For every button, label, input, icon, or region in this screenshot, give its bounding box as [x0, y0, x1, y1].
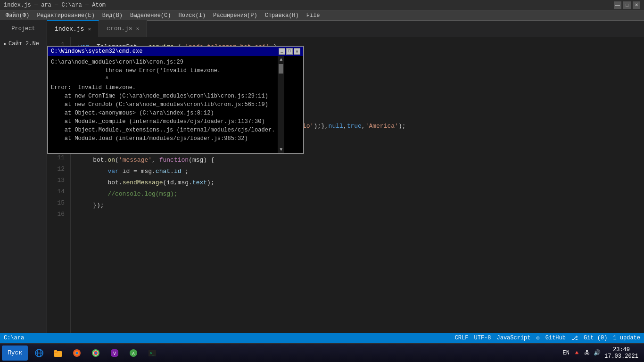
- status-git[interactable]: Git (0): [584, 335, 607, 342]
- svg-point-8: [76, 352, 78, 354]
- cmd-line-7: at new CronJob (C:\ara\node_modules\cron…: [71, 100, 275, 109]
- code-line-12: var id = msg.chat.id ;: [78, 165, 644, 177]
- maximize-button[interactable]: □: [623, 1, 631, 9]
- code-content[interactable]: var TelegramBot = require ( 'node-telegr…: [71, 37, 644, 343]
- line-num-12: 12: [51, 165, 65, 177]
- status-github[interactable]: GitHub: [545, 335, 566, 342]
- tabs-row: Project index.js ✕ cron.js ✕: [0, 21, 644, 37]
- close-button[interactable]: ✕: [633, 1, 640, 9]
- menu-selection[interactable]: Выделение(С): [126, 11, 174, 20]
- code-line-13: bot.sendMessage(id,msg.text);: [78, 177, 644, 188]
- cmd-title-bar: C:\Windows\system32\cmd.exe _ □ ✕: [71, 47, 303, 56]
- status-github-icon: ⊙: [537, 335, 540, 342]
- sidebar-item-site[interactable]: ▶ Сайт 2.Ne: [0, 39, 47, 49]
- menu-view[interactable]: Вид(В): [99, 11, 126, 20]
- status-git-icon: ⎇: [571, 335, 578, 342]
- cmd-window[interactable]: C:\Windows\system32\cmd.exe _ □ ✕ C:\ara…: [71, 46, 304, 154]
- status-right: CRLF UTF-8 JavaScript ⊙ GitHub ⎇ Git (0)…: [455, 335, 640, 342]
- svg-text:A: A: [132, 352, 135, 356]
- tab-label: index.js: [55, 25, 84, 33]
- cmd-controls: _ □ ✕: [279, 48, 300, 55]
- cmd-line-12: at Function.Module._load (internal/modul…: [71, 143, 275, 144]
- sidebar-item-label: Сайт 2.Ne: [8, 41, 39, 47]
- status-updates[interactable]: 1 update: [613, 335, 640, 342]
- scroll-thumb[interactable]: [279, 64, 283, 74]
- status-language[interactable]: JavaScript: [497, 335, 531, 342]
- scroll-up-arrow[interactable]: ▲: [280, 57, 282, 62]
- date-display: 17.03.2021: [604, 353, 638, 360]
- line-num-14: 14: [51, 188, 65, 199]
- taskbar-ie[interactable]: [31, 346, 48, 361]
- status-path: C:\ara: [4, 335, 24, 341]
- cmd-maximize-btn[interactable]: □: [286, 48, 293, 55]
- arrow-icon: ▶: [4, 41, 7, 47]
- svg-point-12: [95, 352, 97, 354]
- tab-index-js[interactable]: index.js ✕: [47, 20, 99, 37]
- tab-label: cron.js: [107, 25, 132, 32]
- taskbar: Пуск V A >_ EN 🔺 🖧 🔊 23:49 17.03.2021: [0, 343, 644, 362]
- menu-extensions[interactable]: Расширения(Р): [209, 11, 261, 20]
- cmd-line-8: at Object.<anonymous> (C:\ara\index.js:8…: [71, 109, 275, 117]
- status-encoding[interactable]: CRLF: [455, 335, 469, 342]
- cmd-scrollbar[interactable]: ▲ ▼: [278, 56, 284, 153]
- code-editor: 1 2 3 4 5 6 7 8 9 10 11 12 13 14 15 16 v…: [47, 37, 644, 343]
- status-bar: C:\ara CRLF UTF-8 JavaScript ⊙ GitHub ⎇ …: [0, 333, 644, 343]
- tab-close-icon[interactable]: ✕: [136, 25, 140, 32]
- line-num-16: 16: [51, 211, 65, 222]
- cmd-line-3: ^: [71, 75, 275, 83]
- taskbar-lang: EN: [563, 350, 570, 356]
- taskbar-icons: 🔺: [573, 349, 580, 356]
- svg-text:V: V: [113, 351, 116, 356]
- line-num-11: 11: [51, 154, 65, 165]
- menu-search[interactable]: Поиск(I): [174, 11, 209, 20]
- line-num-15: 15: [51, 199, 65, 211]
- menu-help[interactable]: Справка(Н): [261, 11, 303, 20]
- cmd-title-text: C:\Windows\system32\cmd.exe: [71, 48, 142, 55]
- code-line-14: //console.log(msg);: [78, 188, 644, 199]
- project-label: Project: [0, 20, 47, 37]
- line-num-13: 13: [51, 177, 65, 188]
- code-line-16: [78, 211, 644, 222]
- taskbar-sound-icon: 🔊: [594, 349, 601, 356]
- main-content: ▶ Сайт 2.Ne 1 2 3 4 5 6 7 8 9 10 11 12 1…: [0, 37, 644, 343]
- code-line-11: bot.on('message', function(msg) {: [78, 154, 644, 165]
- status-charset[interactable]: UTF-8: [474, 335, 491, 342]
- status-left: C:\ara: [4, 335, 24, 341]
- window-title: index.js — ara — C:\ara — Atom: [4, 2, 106, 8]
- menu-edit[interactable]: Редактирование(Е): [33, 11, 98, 20]
- taskbar-net-icon: 🖧: [584, 349, 590, 356]
- cmd-line-2: throw new Error('Invalid timezone.: [71, 66, 275, 75]
- start-label: Пуск: [8, 349, 22, 356]
- taskbar-cmd[interactable]: >_: [144, 346, 161, 361]
- taskbar-right: EN 🔺 🖧 🔊 23:49 17.03.2021: [563, 346, 642, 360]
- cmd-line-6: at new CronTime (C:\ara\node_modules\cro…: [71, 92, 275, 100]
- time-display: 23:49: [604, 346, 638, 353]
- taskbar-firefox[interactable]: [68, 346, 85, 361]
- editor-area[interactable]: 1 2 3 4 5 6 7 8 9 10 11 12 13 14 15 16 v…: [47, 37, 644, 343]
- menu-file2[interactable]: File: [303, 11, 324, 20]
- tab-cron-js[interactable]: cron.js ✕: [99, 20, 147, 37]
- sidebar: ▶ Сайт 2.Ne: [0, 37, 47, 343]
- minimize-button[interactable]: —: [614, 1, 621, 9]
- cmd-minimize-btn[interactable]: _: [279, 48, 285, 55]
- cmd-content: C:\ara\node_modules\cron\lib\cron.js:29 …: [71, 56, 278, 144]
- menu-file[interactable]: Файл(Ф): [2, 11, 33, 20]
- start-button[interactable]: Пуск: [2, 346, 28, 361]
- cmd-line-5: Error: Invalid timezone.: [71, 83, 275, 92]
- cmd-line-11: at Module.load (internal/modules/cjs/loa…: [71, 134, 275, 143]
- svg-text:>_: >_: [150, 351, 155, 355]
- taskbar-chrome[interactable]: [87, 346, 104, 361]
- cmd-close-btn[interactable]: ✕: [294, 48, 300, 55]
- title-bar: index.js — ara — C:\ara — Atom — □ ✕: [0, 0, 644, 10]
- taskbar-explorer[interactable]: [50, 346, 66, 361]
- scroll-down-arrow[interactable]: ▼: [280, 147, 282, 152]
- window-controls: — □ ✕: [614, 1, 640, 9]
- cmd-line-9: at Module._compile (internal/modules/cjs…: [71, 117, 275, 126]
- svg-rect-5: [54, 350, 57, 352]
- taskbar-app5[interactable]: A: [125, 346, 142, 361]
- cmd-line-10: at Object.Module._extensions..js (intern…: [71, 126, 275, 134]
- taskbar-time: 23:49 17.03.2021: [604, 346, 638, 360]
- cmd-line-1: C:\ara\node_modules\cron\lib\cron.js:29: [71, 58, 275, 66]
- taskbar-viber[interactable]: V: [106, 346, 123, 361]
- tab-close-icon[interactable]: ✕: [88, 26, 91, 32]
